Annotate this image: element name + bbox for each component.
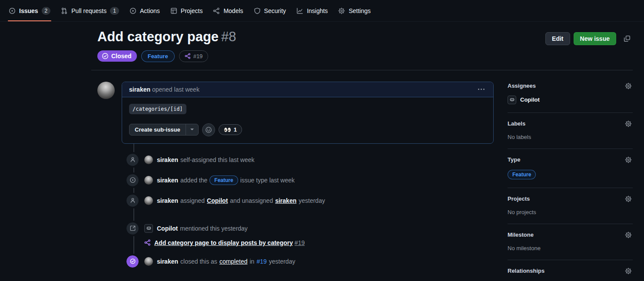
gear-icon[interactable] [624, 82, 633, 90]
section-value: No labels [508, 134, 633, 140]
event-actor-link[interactable]: siraken [157, 255, 178, 268]
closing-pr-link[interactable]: #19 [256, 255, 266, 268]
person-icon [126, 154, 139, 166]
gear-icon[interactable] [624, 119, 633, 128]
smiley-icon [205, 126, 212, 133]
avatar[interactable] [144, 196, 153, 205]
event-actor-link[interactable]: siraken [157, 174, 178, 186]
linked-pr-badge[interactable]: #19 [179, 50, 209, 62]
tab-settings[interactable]: Settings [333, 0, 376, 21]
comment-meta: opened last week [152, 86, 199, 93]
issue-type-badge[interactable]: Feature [141, 50, 175, 62]
type-feature-badge[interactable]: Feature [508, 170, 536, 179]
tab-label: Pull requests [71, 7, 106, 14]
tab-actions[interactable]: Actions [124, 0, 165, 21]
tab-label: Projects [181, 7, 203, 14]
cross-reference-icon [126, 222, 139, 235]
eyes-reaction-pill[interactable]: 1 [219, 124, 242, 135]
issue-opened-icon [126, 174, 139, 186]
status-badge: Closed [97, 50, 137, 62]
feature-type-badge[interactable]: Feature [209, 175, 238, 185]
new-issue-button[interactable]: New issue [574, 32, 616, 45]
issue-page: Add category page#8 Closed Feature #19 [0, 22, 644, 281]
sidebar-section-projects: Projects No projects [508, 195, 633, 224]
issue-timeline: siraken self-assigned this last week sir… [97, 154, 494, 268]
mentioned-pr-title-link[interactable]: Add category page to display posts by ca… [154, 239, 293, 246]
edit-button[interactable]: Edit [545, 32, 570, 45]
create-sub-issue-button[interactable]: Create sub-issue [129, 124, 186, 135]
sidebar-section-type: Type Feature [508, 155, 633, 188]
tab-security[interactable]: Security [249, 0, 292, 21]
mentioned-pr-number-link[interactable]: #19 [295, 239, 305, 246]
header-divider [91, 70, 633, 70]
tab-insights[interactable]: Insights [291, 0, 333, 21]
table-icon [170, 7, 177, 14]
assignee-copilot-link[interactable]: Copilot [207, 195, 228, 207]
tab-label: Settings [349, 7, 371, 14]
tab-label: Actions [140, 7, 160, 14]
comment-author-link[interactable]: siraken [129, 86, 150, 93]
sub-issue-icon [185, 53, 191, 59]
gear-icon[interactable] [624, 195, 633, 203]
event-actor-link[interactable]: siraken [157, 154, 178, 166]
tab-label: Models [223, 7, 243, 14]
linked-ref-label: #19 [193, 53, 203, 60]
section-title: Projects [508, 195, 530, 202]
share-nodes-icon [213, 7, 220, 14]
copilot-avatar[interactable] [144, 224, 153, 233]
avatar[interactable] [144, 155, 153, 164]
issue-opened-icon [9, 7, 16, 14]
issue-number: #8 [221, 29, 236, 44]
sidebar-section-labels: Labels No labels [508, 119, 633, 149]
section-title: Milestone [508, 231, 534, 238]
event-actor-link[interactable]: Copilot [157, 222, 178, 235]
unassigned-user-link[interactable]: siraken [275, 195, 296, 207]
section-value: No projects [508, 209, 633, 215]
section-title: Assignees [508, 83, 536, 89]
shield-icon [254, 7, 261, 14]
kebab-menu-icon[interactable] [476, 87, 486, 92]
tab-models[interactable]: Models [208, 0, 248, 21]
tab-label: Issues [19, 7, 38, 14]
sidebar-section-relationships: Relationships None yet [508, 267, 633, 281]
section-title: Type [508, 156, 520, 163]
tab-projects[interactable]: Projects [165, 0, 208, 21]
person-icon [126, 195, 139, 207]
avatar[interactable] [144, 176, 153, 185]
issue-title-text: Add category page [97, 29, 219, 44]
sub-issue-icon [144, 239, 151, 246]
inline-code: /categories/[id] [129, 104, 186, 114]
assignee-copilot[interactable]: Copilot [508, 96, 633, 104]
timeline-event-self-assigned: siraken self-assigned this last week [97, 154, 494, 166]
issue-title: Add category page#8 [97, 29, 236, 46]
create-sub-issue-dropdown[interactable] [186, 124, 198, 135]
eyes-emoji-icon [224, 127, 231, 132]
issues-count-badge: 2 [42, 7, 51, 15]
check-circle-icon [102, 53, 109, 60]
sidebar-section-assignees: Assignees Copilot [508, 82, 633, 113]
timeline-event-closed: siraken closed this as completed in #19 … [97, 255, 494, 268]
gear-icon[interactable] [624, 231, 633, 239]
completed-link[interactable]: completed [219, 255, 248, 268]
gear-icon[interactable] [624, 267, 633, 275]
gear-icon[interactable] [624, 155, 633, 164]
copy-icon[interactable] [621, 33, 633, 44]
avatar[interactable] [144, 257, 153, 266]
pr-count-badge: 1 [110, 7, 119, 15]
section-title: Relationships [508, 268, 544, 274]
tab-issues[interactable]: Issues 2 [3, 0, 56, 21]
event-actor-link[interactable]: siraken [157, 195, 178, 207]
play-icon [129, 7, 136, 14]
create-sub-issue-split-button: Create sub-issue [129, 124, 199, 136]
timeline-event-type-added: siraken added the Feature issue type las… [97, 174, 494, 186]
sidebar-section-milestone: Milestone No milestone [508, 231, 633, 260]
status-label: Closed [111, 53, 132, 60]
tab-pull-requests[interactable]: Pull requests 1 [56, 0, 124, 21]
repo-tab-nav: Issues 2 Pull requests 1 Actions Project… [0, 0, 644, 22]
avatar[interactable] [97, 82, 115, 99]
issue-sidebar: Assignees Copilot Labels [508, 82, 633, 281]
assignee-name: Copilot [520, 96, 540, 103]
copilot-avatar [508, 96, 516, 104]
tab-label: Security [264, 7, 286, 14]
add-reaction-button[interactable] [202, 123, 215, 136]
